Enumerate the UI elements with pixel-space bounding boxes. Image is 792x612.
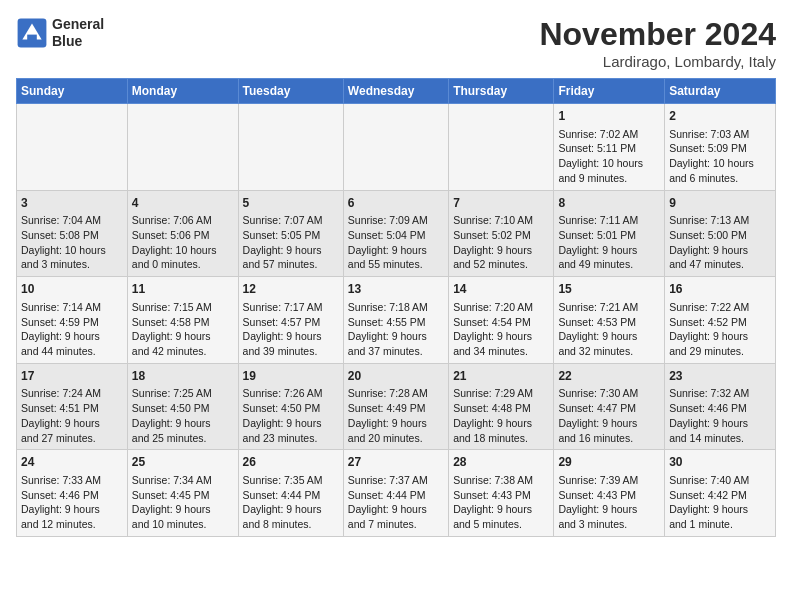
day-info: Sunrise: 7:38 AM bbox=[453, 473, 549, 488]
day-info: and 18 minutes. bbox=[453, 431, 549, 446]
day-info: Sunset: 4:50 PM bbox=[132, 401, 234, 416]
day-info: Daylight: 9 hours bbox=[558, 243, 660, 258]
day-number: 1 bbox=[558, 108, 660, 125]
day-info: Sunset: 4:49 PM bbox=[348, 401, 444, 416]
day-info: Sunrise: 7:24 AM bbox=[21, 386, 123, 401]
logo-line2: Blue bbox=[52, 33, 104, 50]
day-info: Sunset: 5:06 PM bbox=[132, 228, 234, 243]
day-info: Daylight: 10 hours bbox=[21, 243, 123, 258]
day-info: Sunset: 5:05 PM bbox=[243, 228, 339, 243]
day-info: Sunrise: 7:40 AM bbox=[669, 473, 771, 488]
day-info: Daylight: 9 hours bbox=[132, 502, 234, 517]
calendar-cell: 13Sunrise: 7:18 AMSunset: 4:55 PMDayligh… bbox=[343, 277, 448, 364]
day-info: Sunset: 4:54 PM bbox=[453, 315, 549, 330]
day-number: 4 bbox=[132, 195, 234, 212]
month-title: November 2024 bbox=[539, 16, 776, 53]
calendar-cell bbox=[449, 104, 554, 191]
calendar-cell bbox=[127, 104, 238, 191]
day-info: Daylight: 10 hours bbox=[669, 156, 771, 171]
day-info: Sunset: 4:50 PM bbox=[243, 401, 339, 416]
day-number: 9 bbox=[669, 195, 771, 212]
calendar-cell: 3Sunrise: 7:04 AMSunset: 5:08 PMDaylight… bbox=[17, 190, 128, 277]
day-number: 28 bbox=[453, 454, 549, 471]
calendar-cell: 19Sunrise: 7:26 AMSunset: 4:50 PMDayligh… bbox=[238, 363, 343, 450]
day-info: Sunrise: 7:02 AM bbox=[558, 127, 660, 142]
day-info: and 0 minutes. bbox=[132, 257, 234, 272]
day-info: Daylight: 10 hours bbox=[558, 156, 660, 171]
day-info: Sunrise: 7:34 AM bbox=[132, 473, 234, 488]
day-info: and 39 minutes. bbox=[243, 344, 339, 359]
day-info: Sunrise: 7:28 AM bbox=[348, 386, 444, 401]
day-info: and 57 minutes. bbox=[243, 257, 339, 272]
header-row: SundayMondayTuesdayWednesdayThursdayFrid… bbox=[17, 79, 776, 104]
calendar-table: SundayMondayTuesdayWednesdayThursdayFrid… bbox=[16, 78, 776, 537]
calendar-cell: 14Sunrise: 7:20 AMSunset: 4:54 PMDayligh… bbox=[449, 277, 554, 364]
day-info: Daylight: 9 hours bbox=[243, 329, 339, 344]
day-info: and 9 minutes. bbox=[558, 171, 660, 186]
calendar-cell: 24Sunrise: 7:33 AMSunset: 4:46 PMDayligh… bbox=[17, 450, 128, 537]
day-info: Sunset: 4:51 PM bbox=[21, 401, 123, 416]
day-info: and 5 minutes. bbox=[453, 517, 549, 532]
day-info: Daylight: 9 hours bbox=[453, 416, 549, 431]
day-info: Daylight: 9 hours bbox=[453, 329, 549, 344]
day-info: Sunset: 4:47 PM bbox=[558, 401, 660, 416]
day-info: and 10 minutes. bbox=[132, 517, 234, 532]
day-info: and 6 minutes. bbox=[669, 171, 771, 186]
day-number: 22 bbox=[558, 368, 660, 385]
week-row-4: 17Sunrise: 7:24 AMSunset: 4:51 PMDayligh… bbox=[17, 363, 776, 450]
calendar-cell: 28Sunrise: 7:38 AMSunset: 4:43 PMDayligh… bbox=[449, 450, 554, 537]
day-info: Daylight: 9 hours bbox=[558, 329, 660, 344]
day-info: Daylight: 9 hours bbox=[558, 502, 660, 517]
day-info: Daylight: 9 hours bbox=[669, 502, 771, 517]
day-number: 17 bbox=[21, 368, 123, 385]
calendar-cell: 23Sunrise: 7:32 AMSunset: 4:46 PMDayligh… bbox=[665, 363, 776, 450]
day-info: and 3 minutes. bbox=[21, 257, 123, 272]
title-block: November 2024 Lardirago, Lombardy, Italy bbox=[539, 16, 776, 70]
day-info: Sunrise: 7:32 AM bbox=[669, 386, 771, 401]
day-info: and 16 minutes. bbox=[558, 431, 660, 446]
calendar-cell: 15Sunrise: 7:21 AMSunset: 4:53 PMDayligh… bbox=[554, 277, 665, 364]
day-info: Sunset: 4:57 PM bbox=[243, 315, 339, 330]
day-info: Sunrise: 7:37 AM bbox=[348, 473, 444, 488]
day-number: 20 bbox=[348, 368, 444, 385]
day-info: Sunrise: 7:18 AM bbox=[348, 300, 444, 315]
day-number: 24 bbox=[21, 454, 123, 471]
calendar-cell: 25Sunrise: 7:34 AMSunset: 4:45 PMDayligh… bbox=[127, 450, 238, 537]
day-info: and 1 minute. bbox=[669, 517, 771, 532]
header-tuesday: Tuesday bbox=[238, 79, 343, 104]
day-info: and 49 minutes. bbox=[558, 257, 660, 272]
day-info: Daylight: 10 hours bbox=[132, 243, 234, 258]
day-info: Sunset: 4:46 PM bbox=[21, 488, 123, 503]
calendar-cell: 9Sunrise: 7:13 AMSunset: 5:00 PMDaylight… bbox=[665, 190, 776, 277]
day-info: Daylight: 9 hours bbox=[558, 416, 660, 431]
calendar-body: 1Sunrise: 7:02 AMSunset: 5:11 PMDaylight… bbox=[17, 104, 776, 537]
day-info: Sunrise: 7:21 AM bbox=[558, 300, 660, 315]
day-info: Sunset: 4:44 PM bbox=[348, 488, 444, 503]
day-info: Sunrise: 7:03 AM bbox=[669, 127, 771, 142]
calendar-cell: 4Sunrise: 7:06 AMSunset: 5:06 PMDaylight… bbox=[127, 190, 238, 277]
day-info: Daylight: 9 hours bbox=[669, 416, 771, 431]
day-info: Sunrise: 7:09 AM bbox=[348, 213, 444, 228]
day-number: 11 bbox=[132, 281, 234, 298]
day-info: Sunset: 5:02 PM bbox=[453, 228, 549, 243]
calendar-cell bbox=[343, 104, 448, 191]
day-info: Daylight: 9 hours bbox=[348, 502, 444, 517]
day-info: and 7 minutes. bbox=[348, 517, 444, 532]
header-sunday: Sunday bbox=[17, 79, 128, 104]
day-info: Daylight: 9 hours bbox=[453, 502, 549, 517]
calendar-cell: 10Sunrise: 7:14 AMSunset: 4:59 PMDayligh… bbox=[17, 277, 128, 364]
day-info: Sunset: 5:04 PM bbox=[348, 228, 444, 243]
day-info: Sunset: 5:11 PM bbox=[558, 141, 660, 156]
week-row-2: 3Sunrise: 7:04 AMSunset: 5:08 PMDaylight… bbox=[17, 190, 776, 277]
calendar-cell: 26Sunrise: 7:35 AMSunset: 4:44 PMDayligh… bbox=[238, 450, 343, 537]
day-info: Daylight: 9 hours bbox=[21, 502, 123, 517]
day-number: 7 bbox=[453, 195, 549, 212]
day-info: and 29 minutes. bbox=[669, 344, 771, 359]
day-info: and 42 minutes. bbox=[132, 344, 234, 359]
day-number: 12 bbox=[243, 281, 339, 298]
day-number: 30 bbox=[669, 454, 771, 471]
day-info: and 47 minutes. bbox=[669, 257, 771, 272]
week-row-1: 1Sunrise: 7:02 AMSunset: 5:11 PMDaylight… bbox=[17, 104, 776, 191]
calendar-cell: 17Sunrise: 7:24 AMSunset: 4:51 PMDayligh… bbox=[17, 363, 128, 450]
logo-line1: General bbox=[52, 16, 104, 33]
